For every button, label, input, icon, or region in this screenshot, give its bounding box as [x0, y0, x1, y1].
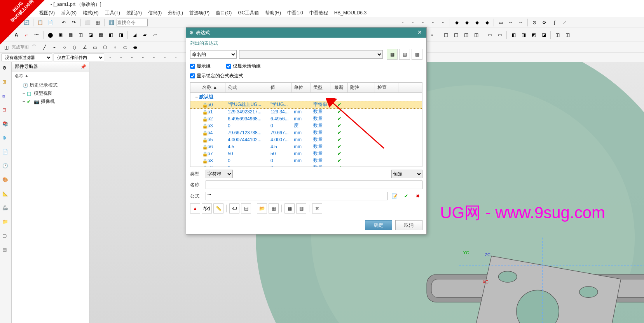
command-search[interactable] [117, 19, 148, 26]
gen-icon[interactable]: ▫ [398, 18, 407, 27]
up-red-icon[interactable]: ▲ [190, 203, 200, 214]
dialog-titlebar[interactable]: ⚙ 表达式 ✕ [186, 28, 426, 38]
gen-icon[interactable]: ▫ [418, 18, 428, 27]
info-icon[interactable]: ℹ️ [106, 18, 116, 27]
gear-icon[interactable]: ⚙ [2, 65, 9, 72]
box-icon[interactable]: ▣ [56, 30, 65, 40]
table-row[interactable]: 🔒p300度数量✔ [190, 122, 422, 129]
cb-show-locked[interactable]: 显示锁定的公式表达式 [190, 73, 243, 79]
filter-named-select[interactable]: 命名的 [190, 50, 237, 59]
fx-icon[interactable]: f(x) [202, 203, 212, 214]
menu-format[interactable]: 格式(R) [82, 10, 100, 16]
table-row[interactable]: 🔒p479.667123738...79.667...mm数量✔ [190, 129, 422, 136]
col-latest[interactable]: 最新 [330, 83, 348, 92]
menu-zhonglei1[interactable]: 中磊1.0 [286, 10, 304, 16]
name-input[interactable] [206, 181, 422, 189]
cancel-button[interactable]: 取消 [395, 220, 422, 230]
delete-icon[interactable]: ✖ [312, 203, 322, 214]
round-icon[interactable]: ⬭ [120, 43, 130, 52]
gen-icon[interactable]: ▫ [171, 53, 180, 62]
col-note[interactable]: 附注 [348, 83, 375, 92]
undo-icon[interactable]: ↶ [59, 18, 68, 27]
gen-icon[interactable]: ▫ [127, 53, 137, 62]
box6-icon[interactable]: ◨ [116, 30, 126, 40]
gen-icon[interactable]: ▫ [117, 53, 126, 62]
menu-assembly[interactable]: 装配(A) [125, 10, 143, 16]
cb-show-active[interactable]: 仅显示活动组 [226, 63, 261, 69]
gen-icon[interactable]: ⟋ [560, 18, 569, 27]
gen-icon[interactable]: ⟳ [540, 18, 549, 27]
clock-icon[interactable]: 🕐 [2, 163, 9, 170]
menu-window[interactable]: 窗口(O) [215, 10, 233, 16]
list-icon[interactable]: ▦ [269, 203, 279, 214]
tag-icon[interactable]: 🏷 [229, 203, 239, 214]
gen-icon[interactable]: ▭ [485, 30, 494, 40]
gen-icon[interactable]: ◆ [462, 18, 471, 27]
surf-icon[interactable]: ◢ [130, 30, 139, 40]
menu-preferences[interactable]: 首选项(P) [188, 10, 211, 16]
formula-input[interactable] [206, 192, 387, 200]
constraint-icon[interactable]: ⧈ [2, 93, 9, 100]
gen-icon[interactable]: ▫ [408, 18, 417, 27]
surf2-icon[interactable]: ▰ [140, 30, 149, 40]
selection-filter[interactable]: 没有选择过滤器 [2, 54, 52, 61]
gen-icon[interactable]: ▫ [428, 30, 437, 40]
color-icon[interactable]: 🎨 [2, 177, 9, 184]
filter-secondary-select[interactable] [239, 50, 383, 59]
gen-icon[interactable]: ▫ [138, 53, 148, 62]
box3-icon[interactable]: ◪ [86, 30, 95, 40]
robot-icon[interactable]: 🦾 [2, 205, 9, 212]
menu-tools[interactable]: 工具(T) [104, 10, 121, 16]
gen-icon[interactable]: ▫ [106, 53, 115, 62]
accept-icon[interactable]: ✔ [401, 191, 411, 201]
box5-icon[interactable]: ◧ [106, 30, 115, 40]
menu-zhonglei-tutorial[interactable]: 中磊教程 [308, 10, 329, 16]
redo-icon[interactable]: ↷ [69, 18, 79, 27]
view2-icon[interactable]: ▦ [93, 18, 102, 27]
cb-show-group[interactable]: 显示组 [190, 63, 211, 69]
folder-open-icon[interactable]: 📂 [257, 203, 267, 214]
table-group-default[interactable]: − 默认组 [190, 93, 422, 101]
table-body[interactable]: − 默认组🔒p0"学UG就上UG..."学UG...字符串✔🔒p1129.349… [190, 93, 422, 167]
type-select[interactable]: 字符串 [206, 170, 233, 178]
table-row[interactable]: 🔒p75050mm数量✔ [190, 150, 422, 157]
menu-info[interactable]: 信息(I) [147, 10, 163, 16]
reject-icon[interactable]: ✖ [413, 191, 422, 201]
gen-icon[interactable]: ◫ [471, 30, 481, 40]
col-unit[interactable]: 单位 [291, 83, 311, 92]
table-row[interactable]: 🔒p26.4956934968...6.4956...mm数量✔ [190, 115, 422, 122]
close-icon[interactable]: ✕ [416, 29, 423, 36]
gen-icon[interactable]: ◧ [509, 30, 518, 40]
p1p2-icon[interactable]: ▤ [399, 49, 410, 60]
table-row[interactable]: 🔒p54.0007444102...4.0007...mm数量✔ [190, 136, 422, 143]
col-type[interactable]: 类型 [311, 83, 330, 92]
table-row[interactable]: 🔒p900mm数量✔ [190, 164, 422, 167]
gen-icon[interactable]: ◫ [563, 30, 572, 40]
table-row[interactable]: 🔒p1129.34923217...129.34...mm数量✔ [190, 108, 422, 115]
ruler-icon[interactable]: 📏 [213, 203, 223, 214]
gen-icon[interactable]: ∫ [550, 18, 559, 27]
gen-icon[interactable]: ▭ [495, 30, 504, 40]
menu-help[interactable]: 帮助(H) [264, 10, 282, 16]
spreadsheet-icon[interactable]: ▦ [387, 49, 398, 60]
blank-icon[interactable]: ▢ [2, 233, 9, 240]
sheet-icon[interactable]: 📄 [2, 149, 9, 156]
part-icon[interactable]: ⊟ [2, 107, 9, 114]
gen-icon[interactable]: ◆ [472, 18, 482, 27]
nav-column-header[interactable]: 名称 ▲ [12, 71, 89, 80]
scope-filter[interactable]: 仅在工作部件内 [54, 54, 104, 61]
col-value[interactable]: 值 [268, 83, 291, 92]
gen-icon[interactable]: ↔ [516, 18, 525, 27]
gen-icon[interactable]: ◆ [452, 18, 461, 27]
ellipse-icon[interactable]: ⬯ [70, 43, 79, 52]
grid-icon[interactable]: ▩ [284, 203, 295, 214]
cylinder-icon[interactable]: ⬤ [45, 30, 55, 40]
menu-hbmould[interactable]: HB_MOULD6.3 [333, 10, 368, 16]
gen-icon[interactable]: ↔ [506, 18, 515, 27]
extrude-icon[interactable]: ▦ [66, 30, 75, 40]
gen-icon[interactable]: ◫ [441, 30, 450, 40]
gen-icon[interactable]: ◩ [529, 30, 538, 40]
box2-icon[interactable]: ◫ [76, 30, 85, 40]
menu-analysis[interactable]: 分析(L) [167, 10, 184, 16]
col-check[interactable]: 检查 [375, 83, 398, 92]
